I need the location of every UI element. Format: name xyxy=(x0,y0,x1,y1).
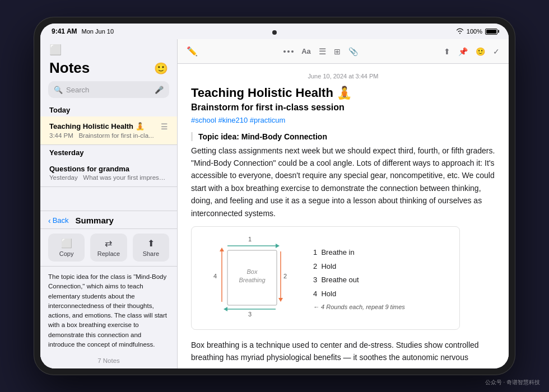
toolbar-more-dots[interactable] xyxy=(283,50,294,53)
topic-idea: Topic idea: Mind-Body Connection xyxy=(191,132,495,141)
svg-text:Box: Box xyxy=(247,268,258,275)
ipad-screen: 9:41 AM Mon Jun 10 100% ⬜ xyxy=(40,24,509,368)
pin-icon[interactable]: 📌 xyxy=(458,47,468,56)
share-icon: ⬆ xyxy=(147,238,155,249)
note-item-lines-icon: ☰ xyxy=(161,122,168,131)
note-item-active[interactable]: Teaching Holistic Health 🧘 ☰ 3:44 PM Bra… xyxy=(40,116,177,145)
battery-label: 100% xyxy=(467,28,482,35)
svg-text:3: 3 xyxy=(248,311,252,318)
note-item-preview: 3:44 PM Brainstorm for first in-cla... xyxy=(49,132,168,139)
note-item-grandma[interactable]: Questions for grandma Yesterday What was… xyxy=(40,159,177,187)
breathing-note: ← 4 Rounds each, repeat 9 times xyxy=(313,304,405,310)
note-main-title: Teaching Holistic Health 🧘 xyxy=(191,85,495,101)
replace-icon: ⇄ xyxy=(105,238,112,249)
summary-title: Summary xyxy=(76,216,114,225)
svg-marker-2 xyxy=(276,244,280,248)
sidebar-title: Notes xyxy=(49,59,90,77)
front-camera xyxy=(272,30,277,35)
breathing-diagram: 1 2 3 xyxy=(191,226,460,330)
copy-icon: ⬜ xyxy=(61,238,72,249)
replace-button[interactable]: ⇄ Replace xyxy=(90,234,127,262)
sidebar-action-icons: 🙂 xyxy=(154,62,168,75)
summary-panel: ‹ Back Summary ⬜ Copy ⇄ Replace xyxy=(40,211,177,368)
share-toolbar-icon[interactable]: ⬆ xyxy=(444,47,450,56)
svg-text:Breathing: Breathing xyxy=(239,277,266,283)
new-note-icon[interactable]: 🙂 xyxy=(154,62,168,75)
breathing-steps-container: 1 Breathe in 2 Hold 3 Breathe out 4 Hold… xyxy=(313,246,405,310)
checkmark-icon[interactable]: ✓ xyxy=(493,47,500,56)
table-icon[interactable]: ⊞ xyxy=(334,47,341,56)
svg-text:1: 1 xyxy=(248,236,252,242)
section-yesterday-label: Yesterday xyxy=(40,145,177,159)
battery-icon xyxy=(485,29,497,35)
sidebar-title-row: Notes 🙂 xyxy=(40,59,177,79)
note-tags: #school #kine210 #practicum xyxy=(191,116,495,124)
note-date: June 10, 2024 at 3:44 PM xyxy=(191,73,495,80)
svg-marker-11 xyxy=(220,248,224,251)
note-item-title: Teaching Holistic Health 🧘 xyxy=(49,122,157,130)
summary-actions: ⬜ Copy ⇄ Replace ⬆ Share xyxy=(40,229,177,267)
pencil-icon[interactable]: ✏️ xyxy=(187,46,198,57)
note-paragraph1: Getting class assignments next week but … xyxy=(191,144,495,220)
replace-label: Replace xyxy=(97,250,120,257)
note-content: ✏️ Aa ☰ ⊞ 📎 ⬆ 📌 🙂 ✓ xyxy=(178,39,509,368)
svg-marker-8 xyxy=(224,307,227,311)
search-bar[interactable]: 🔍 Search 🎤 xyxy=(48,81,169,98)
svg-text:4: 4 xyxy=(213,273,217,279)
box-breathing-svg: 1 2 3 xyxy=(198,234,302,323)
sidebar: ⬜ Notes 🙂 🔍 Search 🎤 Today Teachin xyxy=(40,39,178,368)
text-format-icon[interactable]: Aa xyxy=(301,47,311,55)
back-chevron-icon: ‹ xyxy=(48,216,51,225)
note-footer-text: Box breathing is a technique used to cen… xyxy=(191,339,495,364)
mic-icon[interactable]: 🎤 xyxy=(155,86,164,94)
notes-count: 7 Notes xyxy=(40,353,177,368)
note-subtitle: Brainstorm for first in-class session xyxy=(191,102,495,113)
copy-button[interactable]: ⬜ Copy xyxy=(48,234,85,262)
summary-text: The topic idea for the class is "Mind-Bo… xyxy=(40,267,177,353)
note-item2-preview: Yesterday What was your first impression… xyxy=(49,174,168,181)
sidebar-collapse-icon[interactable]: ⬜ xyxy=(49,44,62,56)
summary-nav: ‹ Back Summary xyxy=(40,211,177,229)
note-body: June 10, 2024 at 3:44 PM Teaching Holist… xyxy=(178,64,509,368)
status-time: 9:41 AM xyxy=(52,27,77,35)
svg-marker-5 xyxy=(278,298,283,302)
search-placeholder: Search xyxy=(66,86,151,94)
back-label: Back xyxy=(53,216,69,225)
watermark: 公众号 · 奇谱智慧科技 xyxy=(485,379,540,386)
attachment-icon[interactable]: 📎 xyxy=(348,47,358,56)
share-button[interactable]: ⬆ Share xyxy=(133,234,169,262)
svg-text:2: 2 xyxy=(283,273,287,279)
section-today-label: Today xyxy=(40,102,177,116)
checklist-icon[interactable]: ☰ xyxy=(319,46,326,57)
sidebar-header: ⬜ xyxy=(40,39,177,59)
back-button[interactable]: ‹ Back xyxy=(48,216,69,225)
breathing-steps: 1 Breathe in 2 Hold 3 Breathe out 4 Hold xyxy=(313,246,405,301)
copy-label: Copy xyxy=(59,250,74,257)
status-date: Mon Jun 10 xyxy=(82,28,114,35)
status-right: 100% xyxy=(456,28,497,35)
wifi-icon xyxy=(456,28,464,35)
face-icon[interactable]: 🙂 xyxy=(476,47,485,56)
ipad-shell: 9:41 AM Mon Jun 10 100% ⬜ xyxy=(34,17,515,375)
main-content: ⬜ Notes 🙂 🔍 Search 🎤 Today Teachin xyxy=(40,39,509,368)
share-label: Share xyxy=(143,250,159,257)
search-icon: 🔍 xyxy=(54,86,63,94)
note-item2-title: Questions for grandma xyxy=(49,165,168,173)
note-toolbar: ✏️ Aa ☰ ⊞ 📎 ⬆ 📌 🙂 ✓ xyxy=(178,39,509,64)
